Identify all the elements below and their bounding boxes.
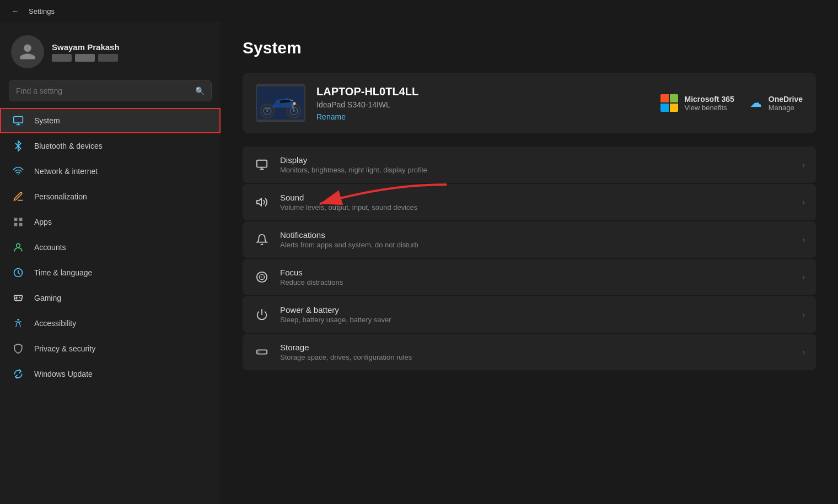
user-dots	[52, 54, 120, 62]
update-icon	[11, 367, 25, 381]
setting-text-notifications: Notifications Alerts from apps and syste…	[280, 230, 792, 249]
ms365-app[interactable]: Microsoft 365 View benefits	[660, 94, 734, 112]
sidebar-item-personalization[interactable]: Personalization	[0, 184, 221, 209]
svg-rect-4	[19, 218, 23, 221]
power-icon	[254, 306, 270, 323]
search-box[interactable]: 🔍	[9, 80, 212, 101]
onedrive-text: OneDrive Manage	[769, 95, 803, 112]
setting-power[interactable]: Power & battery Sleep, battery usage, ba…	[243, 296, 816, 333]
onedrive-action[interactable]: Manage	[769, 104, 803, 112]
user-info: Swayam Prakash	[52, 42, 120, 62]
device-name: LAPTOP-HL0TL4LL	[316, 85, 649, 98]
chevron-right-icon: ›	[802, 198, 805, 207]
ms365-yellow	[670, 104, 678, 112]
sidebar-item-privacy[interactable]: Privacy & security	[0, 336, 221, 361]
setting-display[interactable]: Display Monitors, brightness, night ligh…	[243, 147, 816, 183]
setting-text-focus: Focus Reduce distractions	[280, 268, 792, 286]
setting-name-sound: Sound	[280, 193, 792, 202]
ms365-action[interactable]: View benefits	[685, 104, 734, 112]
sidebar-item-system[interactable]: System	[0, 108, 221, 133]
ms365-green	[670, 94, 678, 102]
setting-notifications[interactable]: Notifications Alerts from apps and syste…	[243, 221, 816, 258]
setting-name-storage: Storage	[280, 343, 792, 352]
sidebar-item-gaming[interactable]: Gaming	[0, 285, 221, 311]
sidebar-label-network: Network & internet	[34, 167, 98, 176]
nav-list: System Bluetooth & devices Network & int…	[0, 108, 221, 387]
setting-desc-focus: Reduce distractions	[280, 278, 792, 286]
chevron-right-icon: ›	[802, 348, 805, 356]
sidebar-item-bluetooth[interactable]: Bluetooth & devices	[0, 133, 221, 159]
device-model: IdeaPad S340-14IWL	[316, 100, 649, 109]
dot-1	[52, 54, 72, 62]
setting-text-sound: Sound Volume levels, output, input, soun…	[280, 193, 792, 212]
setting-desc-sound: Volume levels, output, input, sound devi…	[280, 203, 792, 212]
svg-point-19	[293, 102, 296, 105]
avatar	[11, 35, 44, 68]
device-info: LAPTOP-HL0TL4LL IdeaPad S340-14IWL Renam…	[316, 85, 649, 121]
network-icon	[11, 164, 25, 178]
search-container: 🔍	[0, 77, 221, 108]
chevron-right-icon: ›	[802, 235, 805, 244]
display-icon	[254, 156, 270, 173]
setting-sound[interactable]: Sound Volume levels, output, input, soun…	[243, 184, 816, 220]
sidebar-item-apps[interactable]: Apps	[0, 209, 221, 235]
ms365-icon	[660, 94, 678, 112]
sidebar-label-time: Time & language	[34, 268, 92, 277]
onedrive-icon: ☁	[750, 96, 762, 110]
setting-storage[interactable]: Storage Storage space, drives, configura…	[243, 334, 816, 370]
svg-point-7	[17, 243, 20, 247]
setting-text-power: Power & battery Sleep, battery usage, ba…	[280, 305, 792, 324]
svg-rect-6	[19, 223, 23, 226]
content-area: System	[221, 22, 838, 504]
search-input[interactable]	[16, 86, 191, 95]
rename-link[interactable]: Rename	[316, 112, 649, 121]
sidebar: Swayam Prakash 🔍 System Bluetooth & devi…	[0, 22, 221, 504]
storage-icon	[254, 344, 270, 360]
sidebar-item-update[interactable]: Windows Update	[0, 361, 221, 387]
app-title: Settings	[29, 7, 55, 15]
sidebar-item-network[interactable]: Network & internet	[0, 159, 221, 184]
svg-marker-23	[257, 199, 261, 206]
personalization-icon	[11, 189, 25, 204]
sidebar-item-time[interactable]: Time & language	[0, 260, 221, 285]
sound-icon	[254, 194, 270, 210]
setting-text-display: Display Monitors, brightness, night ligh…	[280, 155, 792, 174]
person-icon	[18, 42, 37, 61]
svg-point-26	[261, 277, 262, 278]
sidebar-label-update: Windows Update	[34, 370, 93, 378]
dot-3	[98, 54, 118, 62]
onedrive-app[interactable]: ☁ OneDrive Manage	[750, 95, 803, 112]
search-icon: 🔍	[195, 86, 205, 95]
setting-focus[interactable]: Focus Reduce distractions ›	[243, 259, 816, 295]
device-image	[256, 84, 305, 122]
motorcycle-icon	[257, 85, 304, 121]
svg-rect-5	[14, 223, 18, 226]
ms365-name: Microsoft 365	[685, 95, 734, 104]
setting-name-display: Display	[280, 155, 792, 165]
setting-name-focus: Focus	[280, 268, 792, 277]
back-button[interactable]: ←	[8, 3, 23, 19]
apps-icon	[11, 215, 25, 229]
page-title: System	[243, 39, 816, 57]
sidebar-label-personalization: Personalization	[34, 192, 87, 201]
titlebar: ← Settings	[0, 0, 838, 22]
svg-rect-3	[14, 218, 18, 221]
setting-name-power: Power & battery	[280, 305, 792, 315]
sidebar-item-accounts[interactable]: Accounts	[0, 235, 221, 260]
user-name: Swayam Prakash	[52, 42, 120, 52]
sidebar-item-accessibility[interactable]: Accessibility	[0, 311, 221, 336]
bluetooth-icon	[11, 139, 25, 153]
focus-icon	[254, 269, 270, 285]
main-layout: Swayam Prakash 🔍 System Bluetooth & devi…	[0, 22, 838, 504]
svg-rect-0	[14, 117, 23, 123]
svg-rect-20	[257, 160, 267, 167]
onedrive-name: OneDrive	[769, 95, 803, 104]
sidebar-label-accounts: Accounts	[34, 243, 66, 252]
notifications-icon	[254, 231, 270, 248]
sidebar-label-accessibility: Accessibility	[34, 319, 76, 328]
setting-desc-display: Monitors, brightness, night light, displ…	[280, 166, 792, 174]
sidebar-label-bluetooth: Bluetooth & devices	[34, 142, 103, 150]
sidebar-label-gaming: Gaming	[34, 294, 61, 302]
ms365-blue	[660, 104, 669, 112]
user-profile[interactable]: Swayam Prakash	[0, 22, 221, 77]
